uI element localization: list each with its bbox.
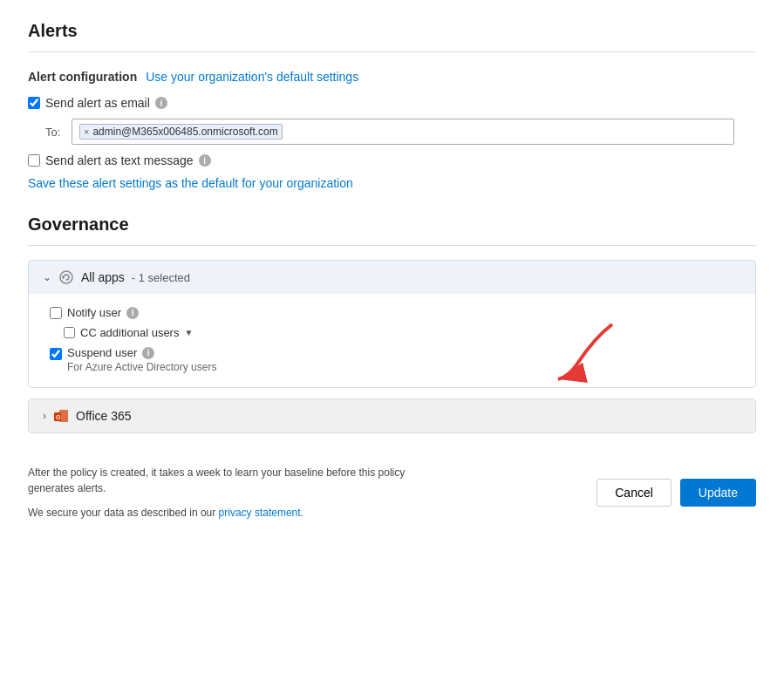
send-email-info-icon: i (155, 97, 167, 109)
notify-user-option: Notify user i (50, 306, 734, 319)
suspend-user-info-icon: i (142, 347, 154, 359)
use-org-defaults-link[interactable]: Use your organization's default settings (146, 70, 358, 84)
send-email-checkbox[interactable] (28, 97, 40, 109)
cc-additional-checkbox[interactable] (64, 327, 75, 338)
to-row: To: × admin@M365x006485.onmicrosoft.com (45, 119, 756, 145)
suspend-user-container: Suspend user i For Azure Active Director… (50, 346, 734, 373)
suspend-user-row: Suspend user i For Azure Active Director… (50, 346, 734, 373)
svg-text:O: O (56, 414, 61, 420)
policy-note: After the policy is created, it takes a … (28, 465, 447, 496)
chevron-right-icon: › (43, 410, 46, 422)
sync-icon (58, 269, 74, 285)
save-defaults-link[interactable]: Save these alert settings as the default… (28, 176, 353, 190)
send-email-label: Send alert as email (45, 96, 150, 110)
suspend-user-label: Suspend user (67, 346, 137, 359)
email-remove-icon[interactable]: × (84, 126, 89, 137)
all-apps-body: Notify user i CC additional users ▼ Susp… (29, 294, 755, 387)
privacy-note: We secure your data as described in our … (28, 505, 447, 521)
to-label: To: (45, 126, 63, 139)
all-apps-title: All apps (81, 270, 125, 284)
cancel-button[interactable]: Cancel (597, 479, 672, 507)
suspend-user-sub: For Azure Active Directory users (67, 361, 216, 373)
privacy-link[interactable]: privacy statement (219, 507, 301, 519)
office365-title: Office 365 (76, 409, 132, 423)
governance-heading: Governance (28, 214, 756, 246)
send-sms-label: Send alert as text message (45, 153, 194, 167)
send-sms-row: Send alert as text message i (28, 153, 756, 167)
send-email-row: Send alert as email i (28, 96, 756, 110)
update-button[interactable]: Update (680, 479, 756, 507)
cc-additional-label: CC additional users (80, 326, 179, 339)
notify-user-checkbox[interactable] (50, 307, 62, 319)
bottom-bar: After the policy is created, it takes a … (28, 458, 756, 521)
svg-rect-3 (59, 410, 68, 422)
save-link-row: Save these alert settings as the default… (28, 176, 756, 190)
suspend-user-text: Suspend user i For Azure Active Director… (67, 346, 216, 373)
all-apps-header[interactable]: ⌄ All apps - 1 selected (29, 261, 755, 294)
alert-config-row: Alert configuration Use your organizatio… (28, 70, 756, 84)
email-value: admin@M365x006485.onmicrosoft.com (92, 126, 277, 138)
svg-point-0 (60, 271, 72, 283)
email-tag: × admin@M365x006485.onmicrosoft.com (79, 124, 283, 140)
cc-dropdown-arrow-icon[interactable]: ▼ (184, 328, 193, 337)
cc-additional-row: CC additional users ▼ (64, 326, 734, 339)
chevron-down-icon: ⌄ (43, 271, 51, 283)
office365-header[interactable]: › O Office 365 (29, 399, 755, 432)
notify-user-info-icon: i (126, 307, 139, 319)
alerts-heading: Alerts (28, 21, 756, 52)
alerts-section: Alerts Alert configuration Use your orga… (28, 21, 756, 190)
governance-section: Governance ⌄ All apps - 1 selected Notif… (28, 214, 756, 433)
all-apps-group: ⌄ All apps - 1 selected Notify user i CC… (28, 260, 756, 388)
action-buttons: Cancel Update (597, 465, 756, 515)
office365-icon: O (53, 408, 69, 424)
email-input-box[interactable]: × admin@M365x006485.onmicrosoft.com (72, 119, 734, 145)
send-sms-checkbox[interactable] (28, 154, 40, 167)
send-sms-info-icon: i (199, 154, 211, 167)
all-apps-selected: - 1 selected (132, 271, 190, 284)
footer-notes: After the policy is created, it takes a … (28, 465, 447, 521)
suspend-user-checkbox[interactable] (50, 348, 62, 360)
office365-group: › O Office 365 (28, 398, 756, 433)
notify-user-label: Notify user (67, 306, 121, 319)
alert-config-label: Alert configuration (28, 70, 137, 84)
